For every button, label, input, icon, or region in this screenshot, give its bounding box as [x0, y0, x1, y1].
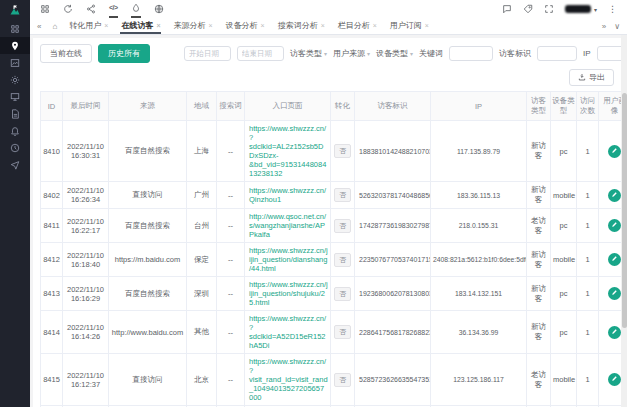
- tab-栏目分析[interactable]: 栏目分析×: [337, 18, 378, 34]
- cell-device-type: mobile: [551, 243, 577, 277]
- sidebar: [0, 0, 30, 407]
- user-profile-button[interactable]: [608, 326, 621, 339]
- converted-badge: 否: [334, 373, 351, 387]
- more-options-icon[interactable]: ⋮: [608, 4, 617, 14]
- user-profile-button[interactable]: [608, 373, 621, 386]
- cell-visitor-id: 5263203781740486856: [355, 182, 431, 209]
- visitor-id-input[interactable]: [537, 46, 577, 61]
- export-button[interactable]: 导出: [569, 69, 614, 86]
- tab-转化用户[interactable]: 转化用户×: [68, 18, 109, 34]
- cell-last-time: 2022/11/10 16:14:26: [63, 311, 109, 354]
- table-row: 8402 2022/11/10 16:26:34 直接访问 广州 -- http…: [41, 182, 622, 209]
- tab-dropdown-icon[interactable]: ∨: [614, 22, 620, 31]
- close-icon[interactable]: ×: [373, 22, 377, 29]
- entry-page-link[interactable]: https://www.shwzzz.cn/jijin_question/shu…: [249, 280, 328, 307]
- entry-page-link[interactable]: https://www.shwzzz.cn/Qinzhou1: [249, 186, 328, 204]
- user-profile-button[interactable]: [608, 253, 621, 266]
- export-button-label: 导出: [589, 72, 605, 83]
- user-profile-button[interactable]: [608, 189, 621, 202]
- entry-page-link[interactable]: https://www.shwzzz.cn/jijin_question/dia…: [249, 246, 328, 273]
- cell-region: 广州: [187, 182, 217, 209]
- cell-last-time: 2022/11/10 16:30:31: [63, 121, 109, 182]
- table-row: 8414 2022/11/10 16:14:26 http://www.baid…: [41, 311, 622, 354]
- close-icon[interactable]: ×: [425, 22, 429, 29]
- tab-搜索词分析[interactable]: 搜索词分析×: [277, 18, 326, 34]
- column-header: 访问次数: [577, 92, 599, 121]
- sidebar-item-send[interactable]: [0, 156, 30, 173]
- tab-来源分析[interactable]: 来源分析×: [172, 18, 213, 34]
- fullscreen-icon[interactable]: [544, 4, 554, 14]
- cell-visit-count: 1: [577, 354, 599, 406]
- cell-ip: 36.134.36.99: [431, 311, 527, 354]
- device-type-select-label: 设备类型: [376, 48, 408, 59]
- tab-在线访客[interactable]: 在线访客×: [120, 18, 161, 34]
- cell-id: 8413: [41, 277, 63, 311]
- cell-last-time: 2022/11/10 16:18:40: [63, 243, 109, 277]
- toolbar-right-icons: [502, 4, 554, 14]
- close-icon[interactable]: ×: [321, 22, 325, 29]
- tab-设备分析[interactable]: 设备分析×: [225, 18, 266, 34]
- close-icon[interactable]: ×: [261, 22, 265, 29]
- sidebar-item-clock[interactable]: [0, 139, 30, 156]
- entry-page-link[interactable]: https://www.shwzzz.cn/?sdclkid=A52D15eR1…: [249, 314, 328, 350]
- home-icon[interactable]: ⌂: [52, 18, 57, 34]
- ip-input[interactable]: [597, 46, 621, 61]
- cell-ip: 183.36.115.13: [431, 182, 527, 209]
- tag-icon[interactable]: [523, 4, 533, 14]
- globe-icon[interactable]: [154, 0, 164, 18]
- pencil-icon: [611, 255, 618, 264]
- sidebar-item-location[interactable]: [0, 37, 30, 54]
- entry-page-link[interactable]: https://www.shwzzz.cn/?sdclkid=AL2z152sb…: [249, 124, 328, 178]
- user-profile-button[interactable]: [608, 219, 621, 232]
- user-profile-button[interactable]: [608, 145, 621, 158]
- cell-device-type: mobile: [551, 182, 577, 209]
- droplet-icon[interactable]: [131, 0, 141, 18]
- user-menu[interactable]: ▾: [565, 5, 597, 13]
- sidebar-item-monitor[interactable]: [0, 88, 30, 105]
- apps-icon[interactable]: [40, 0, 50, 18]
- keyword-input[interactable]: [449, 46, 493, 61]
- sidebar-item-document[interactable]: [0, 105, 30, 122]
- user-profile-button[interactable]: [608, 287, 621, 300]
- cell-search-word: --: [217, 209, 245, 243]
- cell-source: 百度自然搜索: [109, 277, 187, 311]
- sidebar-item-dashboard[interactable]: [0, 20, 30, 37]
- cell-ip: 123.125.186.117: [431, 354, 527, 406]
- cell-last-time: 2022/11/10 16:26:34: [63, 182, 109, 209]
- refresh-icon[interactable]: [63, 0, 73, 18]
- device-type-select[interactable]: 设备类型▾: [376, 48, 413, 59]
- cell-source: 直接访问: [109, 182, 187, 209]
- entry-page-link[interactable]: https://www.shwzzz.cn/?visit_rand_id=vis…: [249, 357, 328, 402]
- entry-page-link[interactable]: http://www.qsoc.net.cn/s/wangzhanjianshe…: [249, 212, 328, 239]
- chevron-down-icon: ▾: [324, 50, 327, 57]
- message-icon[interactable]: [502, 4, 512, 14]
- scrollbar-track[interactable]: [621, 35, 627, 407]
- current-online-button[interactable]: 当前在线: [40, 44, 92, 63]
- history-all-button[interactable]: 历史所有: [98, 44, 150, 63]
- pencil-icon: [611, 147, 618, 156]
- end-date-input[interactable]: [237, 46, 284, 61]
- cell-visitor-type: 新访客: [527, 277, 551, 311]
- code-icon[interactable]: </>: [109, 0, 118, 18]
- close-icon[interactable]: ×: [104, 22, 108, 29]
- share-icon[interactable]: [86, 0, 96, 18]
- sidebar-item-chart[interactable]: [0, 54, 30, 71]
- tab-用户订阅[interactable]: 用户订阅×: [389, 18, 430, 34]
- pencil-icon: [611, 221, 618, 230]
- close-icon[interactable]: ×: [208, 22, 212, 29]
- dashboard-icon: [10, 24, 20, 34]
- close-icon[interactable]: ×: [156, 22, 160, 29]
- app-logo-icon[interactable]: [0, 0, 30, 20]
- scrollbar-thumb[interactable]: [622, 93, 627, 328]
- user-source-select[interactable]: 用户来源▾: [333, 48, 370, 59]
- start-date-input[interactable]: [184, 46, 231, 61]
- collapse-sidebar-icon[interactable]: «: [37, 18, 41, 34]
- sidebar-item-bell[interactable]: [0, 122, 30, 139]
- cell-visitor-id: 2286417568178268823: [355, 311, 431, 354]
- main-area: </> ▾ ⋮ « ⌂ 转化用户×在线访客×来源分析×设备分析×搜索词分析×栏目…: [30, 0, 627, 407]
- visitor-type-select[interactable]: 访客类型▾: [290, 48, 327, 59]
- sidebar-item-settings[interactable]: [0, 71, 30, 88]
- send-icon: [10, 160, 20, 170]
- tab-overflow-icon[interactable]: »: [602, 22, 606, 31]
- table-row: 8415 2022/11/10 16:12:37 直接访问 北京 -- http…: [41, 354, 622, 406]
